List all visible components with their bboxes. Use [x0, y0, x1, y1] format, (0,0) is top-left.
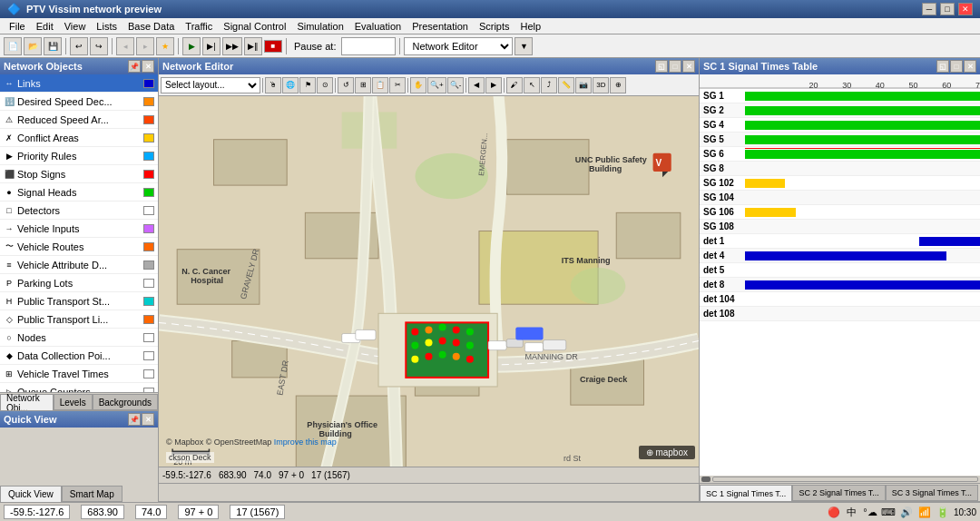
menu-help[interactable]: Help — [515, 20, 547, 33]
editor-max-btn[interactable]: □ — [669, 60, 681, 73]
network-object-item[interactable]: ⊞Vehicle Travel Times — [0, 365, 158, 383]
et-copy-btn[interactable]: ⊞ — [355, 77, 371, 93]
et-extra-btn[interactable]: ⊕ — [610, 77, 626, 93]
tab-network-obj[interactable]: Network Obj... — [0, 394, 54, 410]
panel-pin-btn[interactable]: 📌 — [128, 60, 141, 73]
network-object-item[interactable]: HPublic Transport St... — [0, 292, 158, 310]
menu-file[interactable]: File — [4, 20, 31, 33]
signal-tab-1[interactable]: SC 1 Signal Times T... — [700, 485, 792, 501]
menu-presentation[interactable]: Presentation — [407, 20, 474, 33]
network-editor-dropdown[interactable]: Network Editor — [404, 37, 513, 55]
save-btn[interactable]: 💾 — [44, 37, 62, 55]
open-btn[interactable]: 📂 — [24, 37, 42, 55]
star-btn[interactable]: ★ — [156, 37, 174, 55]
step-btn[interactable]: ▶| — [202, 37, 220, 55]
editor-close-btn[interactable]: ✕ — [682, 60, 695, 73]
et-paint-btn[interactable]: 🖌 — [506, 77, 523, 93]
tab-levels[interactable]: Levels — [54, 394, 93, 410]
close-btn[interactable]: ✕ — [958, 3, 973, 15]
quick-view-header: Quick View 📌 ✕ — [0, 411, 158, 428]
redo-btn[interactable]: ↪ — [90, 37, 108, 55]
pause-at-input[interactable] — [341, 37, 396, 55]
network-object-item[interactable]: ◆Data Collection Poi... — [0, 347, 158, 365]
tab-backgrounds[interactable]: Backgrounds — [93, 394, 158, 410]
editor-float-btn[interactable]: ◱ — [655, 60, 668, 73]
network-object-item[interactable]: □Detectors — [0, 202, 158, 220]
signal-row: det 5 — [700, 263, 980, 278]
network-object-item[interactable]: ●Signal Heads — [0, 183, 158, 202]
layout-dropdown[interactable]: Select layout... — [161, 77, 260, 93]
fast-fwd-btn[interactable]: ▶▶ — [222, 37, 242, 55]
map-area[interactable]: GRAVELY DR EAST DR MANNING DR EMERGEN...… — [159, 96, 699, 467]
menu-traffic[interactable]: Traffic — [180, 20, 218, 33]
et-pan-left[interactable]: ◀ — [468, 77, 485, 93]
end-btn[interactable]: ▶‖ — [244, 37, 262, 55]
minimize-btn[interactable]: ─ — [922, 3, 936, 15]
tab-quick-view[interactable]: Quick View — [0, 486, 62, 502]
menu-evaluation[interactable]: Evaluation — [349, 20, 407, 33]
panel-header-buttons[interactable]: 📌 ✕ — [128, 60, 154, 73]
et-refresh-btn[interactable]: ↺ — [338, 77, 354, 93]
dropdown-arrow[interactable]: ▼ — [514, 37, 533, 55]
et-circle-btn[interactable]: ⊙ — [317, 77, 333, 93]
qv-pin-btn[interactable]: 📌 — [128, 413, 141, 426]
new-btn[interactable]: 📄 — [4, 37, 22, 55]
fwd-btn[interactable]: ▸ — [136, 37, 154, 55]
signal-max-btn[interactable]: □ — [950, 60, 963, 73]
et-globe-btn[interactable]: 🌐 — [282, 77, 299, 93]
network-object-item[interactable]: ⚠Reduced Speed Ar... — [0, 111, 158, 129]
et-hand-btn[interactable]: ✋ — [410, 77, 426, 93]
network-object-item[interactable]: 🔢Desired Speed Dec... — [0, 93, 158, 111]
network-object-item[interactable]: ▶Priority Rules — [0, 147, 158, 165]
et-route-btn[interactable]: ⤴ — [541, 77, 557, 93]
back-btn[interactable]: ◂ — [116, 37, 134, 55]
svg-point-25 — [453, 339, 460, 347]
panel-close-btn[interactable]: ✕ — [142, 60, 154, 73]
network-object-item[interactable]: ⬛Stop Signs — [0, 165, 158, 183]
signal-row: det 1 — [700, 234, 980, 249]
et-flag-btn[interactable]: ⚑ — [299, 77, 316, 93]
qv-close-btn[interactable]: ✕ — [142, 413, 154, 426]
et-zoom-in-btn[interactable]: 🔍+ — [427, 77, 446, 93]
menu-base-data[interactable]: Base Data — [122, 20, 180, 33]
et-measure-btn[interactable]: 📏 — [558, 77, 574, 93]
et-paste-btn[interactable]: 📋 — [372, 77, 388, 93]
network-object-item[interactable]: ✗Conflict Areas — [0, 129, 158, 147]
network-object-item[interactable]: →Vehicle Inputs — [0, 220, 158, 238]
menu-lists[interactable]: Lists — [91, 20, 122, 33]
signal-row: SG 8 — [700, 162, 980, 176]
et-cut-btn[interactable]: ✂ — [389, 77, 406, 93]
signal-label: SG 1 — [700, 91, 745, 101]
menu-simulation[interactable]: Simulation — [291, 20, 348, 33]
tab-smart-map[interactable]: Smart Map — [62, 486, 122, 502]
signal-scrollbar[interactable] — [700, 476, 980, 483]
maximize-btn[interactable]: □ — [940, 3, 955, 15]
network-object-item[interactable]: ◇Public Transport Li... — [0, 310, 158, 329]
menu-edit[interactable]: Edit — [31, 20, 59, 33]
network-object-item[interactable]: ○Nodes — [0, 329, 158, 347]
signal-float-btn[interactable]: ◱ — [936, 60, 949, 73]
stop-btn[interactable]: ■ — [264, 40, 282, 53]
signal-close-btn[interactable]: ✕ — [964, 60, 976, 73]
et-mouse-btn[interactable]: 🖱 — [265, 77, 281, 93]
et-cam-btn[interactable]: 📷 — [575, 77, 592, 93]
menu-scripts[interactable]: Scripts — [474, 20, 515, 33]
network-object-item[interactable]: PParking Lots — [0, 274, 158, 292]
et-3d-btn[interactable]: 3D — [593, 77, 609, 93]
undo-btn[interactable]: ↩ — [70, 37, 88, 55]
et-zoom-out-btn[interactable]: 🔍- — [447, 77, 465, 93]
window-controls[interactable]: ─ □ ✕ — [922, 3, 973, 15]
network-object-item[interactable]: 〜Vehicle Routes — [0, 238, 158, 256]
et-select-btn[interactable]: ↖ — [524, 77, 540, 93]
play-btn[interactable]: ▶ — [182, 37, 201, 55]
signal-tab-2[interactable]: SC 2 Signal Times T... — [792, 485, 885, 501]
signal-tab-3[interactable]: SC 3 Signal Times T... — [886, 485, 978, 501]
network-object-item[interactable]: ▷Queue Counters — [0, 383, 158, 392]
network-object-item[interactable]: ≡Vehicle Attribute D... — [0, 256, 158, 274]
net-obj-type-icon: ● — [4, 187, 15, 198]
et-pan-right[interactable]: ▶ — [485, 77, 502, 93]
network-object-item[interactable]: ↔Links — [0, 74, 158, 93]
menu-view[interactable]: View — [59, 20, 92, 33]
improve-map-link[interactable]: Improve this map — [274, 437, 337, 447]
menu-signal-control[interactable]: Signal Control — [218, 20, 291, 33]
